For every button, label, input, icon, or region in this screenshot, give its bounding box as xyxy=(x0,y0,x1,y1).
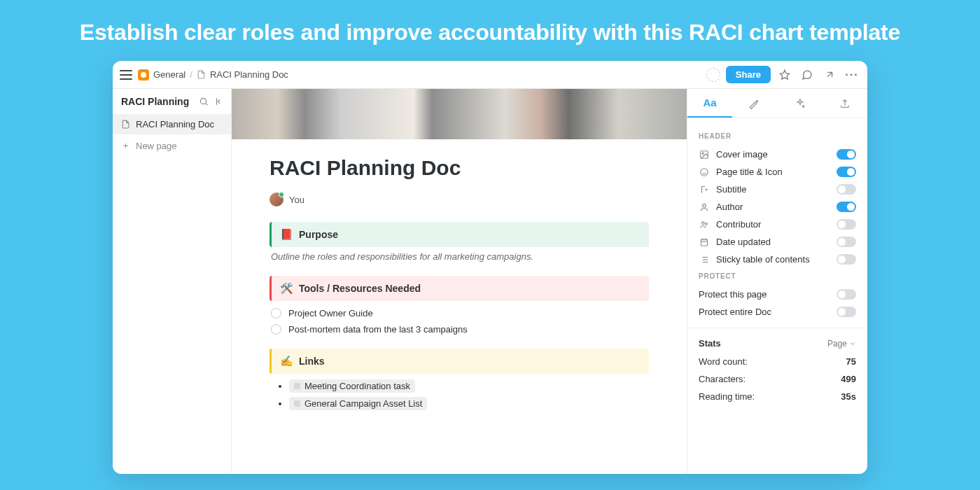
tools-callout[interactable]: 🛠️ Tools / Resources Needed xyxy=(270,276,649,301)
page-title[interactable]: RACI Planning Doc xyxy=(270,156,649,180)
svg-rect-15 xyxy=(701,239,707,245)
breadcrumb-workspace[interactable]: General xyxy=(153,69,186,80)
tab-export[interactable] xyxy=(822,89,867,118)
checkbox-icon[interactable] xyxy=(271,308,281,318)
hero-title: Establish clear roles and improve accoun… xyxy=(0,0,980,61)
option-contributor: Contributor xyxy=(699,216,856,233)
sidebar-item-doc[interactable]: RACI Planning Doc xyxy=(113,114,231,134)
divider xyxy=(687,328,867,328)
menu-toggle-icon[interactable] xyxy=(120,70,132,80)
svg-point-12 xyxy=(703,204,706,207)
toggle[interactable] xyxy=(836,202,856,212)
cover-image[interactable] xyxy=(232,89,687,139)
tab-typography[interactable]: Aa xyxy=(687,89,732,118)
option-page-title-icon: Page title & Icon xyxy=(699,163,856,181)
section-protect-label: PROTECT xyxy=(699,272,856,280)
svg-point-2 xyxy=(200,98,206,104)
stat-label: Reading time: xyxy=(699,391,755,402)
workspace-icon xyxy=(138,69,149,80)
breadcrumb-doc[interactable]: RACI Planning Doc xyxy=(210,69,288,80)
purpose-label: Purpose xyxy=(299,229,338,240)
sidebar-item-label: New page xyxy=(136,141,177,151)
stat-label: Word count: xyxy=(699,356,748,367)
links-callout[interactable]: ✍️ Links xyxy=(270,349,649,374)
stat-value: 75 xyxy=(846,356,856,367)
collapse-sidebar-icon[interactable] xyxy=(214,97,224,106)
svg-point-13 xyxy=(702,221,705,224)
author-name: You xyxy=(289,195,304,205)
more-icon[interactable]: ··· xyxy=(844,66,860,83)
stat-row: Reading time:35s xyxy=(699,388,856,405)
comments-icon[interactable] xyxy=(799,66,816,83)
writing-icon: ✍️ xyxy=(280,355,293,368)
option-label: Sticky table of contents xyxy=(716,254,810,265)
tab-ai[interactable] xyxy=(778,89,822,118)
purpose-callout[interactable]: 📕 Purpose xyxy=(270,222,649,247)
favorite-icon[interactable] xyxy=(776,66,793,83)
stat-label: Characters: xyxy=(699,374,746,384)
app-window: General / RACI Planning Doc Share ··· RA… xyxy=(113,61,867,474)
svg-marker-1 xyxy=(780,70,789,79)
book-icon: 📕 xyxy=(280,228,293,241)
smile-icon xyxy=(699,167,710,177)
option-label: Protect this page xyxy=(699,289,767,300)
checkbox-icon[interactable] xyxy=(271,324,281,335)
toggle[interactable] xyxy=(836,237,856,247)
sidebar-new-page[interactable]: ＋ New page xyxy=(113,134,231,157)
toggle[interactable] xyxy=(836,219,856,230)
export-icon[interactable] xyxy=(821,66,838,83)
option-cover-image: Cover image xyxy=(699,146,856,163)
option-label: Date updated xyxy=(716,237,771,247)
stat-value: 35s xyxy=(841,391,856,402)
link-item[interactable]: General Campaign Asset List xyxy=(289,397,649,410)
privacy-indicator-icon[interactable] xyxy=(706,68,720,82)
option-subtitle: Subtitle xyxy=(699,181,856,198)
toggle[interactable] xyxy=(836,184,856,195)
doc-icon xyxy=(121,120,130,129)
link-text: General Campaign Asset List xyxy=(304,398,422,409)
author-icon xyxy=(699,202,710,212)
date-icon xyxy=(699,237,710,247)
toggle[interactable] xyxy=(836,167,856,177)
avatar[interactable] xyxy=(270,192,284,206)
link-item[interactable]: Meeting Coordination task xyxy=(289,379,649,393)
purpose-description[interactable]: Outline the roles and responsibilities f… xyxy=(271,251,648,262)
tools-label: Tools / Resources Needed xyxy=(299,283,421,294)
checklist-item[interactable]: Project Owner Guide xyxy=(270,305,649,321)
subtitle-icon xyxy=(699,185,710,195)
svg-point-8 xyxy=(702,153,704,154)
author-row: You xyxy=(270,192,649,206)
plus-icon: ＋ xyxy=(121,139,130,152)
option-label: Subtitle xyxy=(716,184,746,195)
stats-label: Stats xyxy=(699,338,721,349)
svg-line-3 xyxy=(206,104,208,106)
stat-value: 499 xyxy=(841,374,856,384)
contrib-icon xyxy=(699,220,710,230)
svg-point-9 xyxy=(701,168,708,176)
option-label: Contributor xyxy=(716,219,761,230)
toggle[interactable] xyxy=(836,149,856,160)
doc-icon xyxy=(197,70,206,79)
svg-point-5 xyxy=(802,105,804,107)
tab-style[interactable] xyxy=(732,89,777,118)
share-button[interactable]: Share xyxy=(726,66,771,83)
svg-point-14 xyxy=(705,223,707,225)
search-icon[interactable] xyxy=(199,97,209,106)
stat-row: Word count:75 xyxy=(699,353,856,370)
links-label: Links xyxy=(299,356,325,367)
option-label: Page title & Icon xyxy=(716,167,783,177)
option-label: Protect entire Doc xyxy=(699,307,771,317)
settings-panel: Aa HEADER Cover imagePage title & IconSu… xyxy=(687,89,867,474)
protect-option: Protect entire Doc xyxy=(699,303,856,321)
checklist-text: Post-mortem data from the last 3 campaig… xyxy=(288,324,468,335)
toggle[interactable] xyxy=(836,307,856,317)
option-label: Author xyxy=(716,202,743,212)
checklist-item[interactable]: Post-mortem data from the last 3 campaig… xyxy=(270,321,649,337)
toggle[interactable] xyxy=(836,289,856,300)
image-icon xyxy=(699,150,710,160)
stats-scope-dropdown[interactable]: Page xyxy=(827,339,856,349)
breadcrumb: General / RACI Planning Doc xyxy=(138,69,288,80)
stat-row: Characters:499 xyxy=(699,370,856,388)
toggle[interactable] xyxy=(836,254,856,265)
link-text: Meeting Coordination task xyxy=(304,381,410,391)
